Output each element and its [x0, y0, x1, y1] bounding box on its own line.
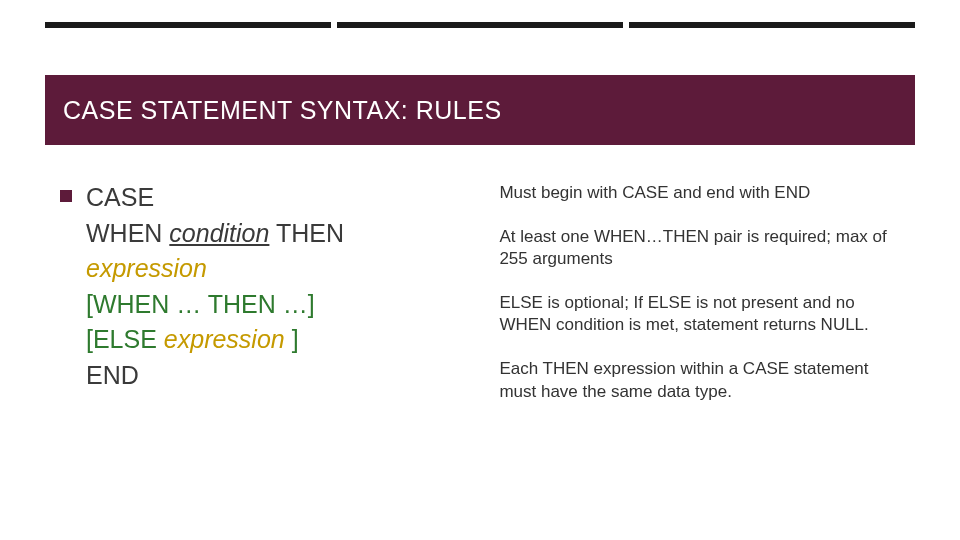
then-keyword: THEN	[269, 219, 344, 247]
else-close: ]	[285, 325, 299, 353]
bullet-icon	[60, 190, 72, 202]
rule-segment	[337, 22, 623, 28]
else-expression-placeholder: expression	[164, 325, 285, 353]
expression-placeholder: expression	[86, 254, 207, 282]
else-open: [ELSE	[86, 325, 164, 353]
syntax-line-when: WHEN condition THEN	[86, 216, 344, 252]
rule-segment	[45, 22, 331, 28]
condition-placeholder: condition	[169, 219, 269, 247]
syntax-line-optional-when: [WHEN … THEN …]	[86, 287, 344, 323]
rule-text: At least one WHEN…THEN pair is required;…	[499, 226, 905, 270]
right-column: Must begin with CASE and end with END At…	[499, 180, 905, 510]
left-column: CASE WHEN condition THEN expression [WHE…	[60, 180, 499, 510]
when-keyword: WHEN	[86, 219, 169, 247]
slide-body: CASE WHEN condition THEN expression [WHE…	[60, 180, 905, 510]
rule-text: Each THEN expression within a CASE state…	[499, 358, 905, 402]
title-band: CASE STATEMENT SYNTAX: RULES	[45, 75, 915, 145]
top-rule	[45, 22, 915, 28]
syntax-line-else: [ELSE expression ]	[86, 322, 344, 358]
syntax-line-end: END	[86, 358, 344, 394]
rule-text: Must begin with CASE and end with END	[499, 182, 905, 204]
rule-segment	[629, 22, 915, 28]
syntax-line-expression: expression	[86, 251, 344, 287]
case-syntax-block: CASE WHEN condition THEN expression [WHE…	[86, 180, 344, 393]
slide-title: CASE STATEMENT SYNTAX: RULES	[63, 96, 502, 125]
syntax-line-case: CASE	[86, 180, 344, 216]
bullet-item: CASE WHEN condition THEN expression [WHE…	[60, 180, 479, 393]
rule-text: ELSE is optional; If ELSE is not present…	[499, 292, 905, 336]
slide: CASE STATEMENT SYNTAX: RULES CASE WHEN c…	[0, 0, 960, 540]
